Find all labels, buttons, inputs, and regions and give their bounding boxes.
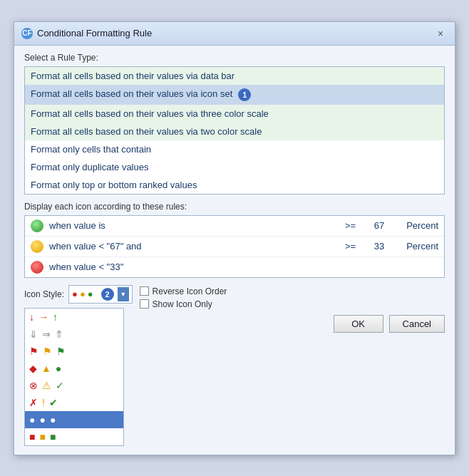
rule-row-op: >= <box>345 220 363 231</box>
icon-sym: ⚑ <box>29 346 38 357</box>
rule-list-item[interactable]: Format only unique values <box>25 194 444 195</box>
rule-list-item[interactable]: Format all cells based on their values v… <box>25 85 444 105</box>
selector-green-circle: ● <box>88 289 93 299</box>
rule-row-val: 33 <box>368 241 390 252</box>
icon-dropdown-item[interactable]: ◆▲● <box>25 360 123 377</box>
icon-dropdown-item[interactable]: ■■■ <box>25 428 123 445</box>
icon-style-badge: 2 <box>101 288 114 301</box>
show-icon-only-label: Show Icon Only <box>153 299 212 309</box>
ok-button[interactable]: OK <box>334 315 383 333</box>
reverse-icon-order-row: Reverse Icon Order <box>140 286 445 296</box>
show-icon-only-checkbox[interactable] <box>140 299 149 309</box>
icon-rule-row: when value is>=67Percent <box>25 216 444 237</box>
rule-row-text: when value is <box>49 220 339 231</box>
rule-row-text: when value < "67" and <box>49 241 339 252</box>
rule-list-item[interactable]: Format all cells based on their values v… <box>25 105 444 123</box>
right-panel: Reverse Icon Order Show Icon Only OK Can… <box>140 285 445 333</box>
icon-sym: ↑ <box>53 311 58 323</box>
icon-sym: ■ <box>29 431 35 443</box>
title-bar-left: CF Conditional Formatting Rule <box>21 28 152 39</box>
dialog-title: Conditional Formatting Rule <box>37 28 152 38</box>
icon-sym: ■ <box>39 431 45 443</box>
icon-sym: ● <box>50 414 56 425</box>
rule-list[interactable]: Format all cells based on their values v… <box>24 66 445 195</box>
rule-row-val: 67 <box>368 220 390 231</box>
rule-badge: 1 <box>238 88 251 101</box>
close-button[interactable]: × <box>433 26 448 41</box>
reverse-icon-order-checkbox[interactable] <box>140 286 149 296</box>
icon-style-label: Icon Style: <box>24 289 64 299</box>
rule-row-text: when value < "33" <box>49 262 438 272</box>
dialog-icon: CF <box>21 28 33 39</box>
icon-sym: ✗ <box>29 397 38 408</box>
rule-list-item[interactable]: Format all cells based on their values v… <box>25 67 444 85</box>
cancel-button[interactable]: Cancel <box>389 315 445 333</box>
icon-sym: ✓ <box>56 380 64 391</box>
icon-sym: ● <box>29 414 35 425</box>
rule-row-pct: Percent <box>396 220 438 231</box>
bottom-section: Icon Style: ● ● ● 2 ▼ ↓→↑⇓⇒⇑⚑⚑⚑◆▲●⊗⚠✓✗!✔… <box>24 285 445 446</box>
icon-dropdown-item[interactable]: ⚑⚑⚑ <box>25 343 123 360</box>
icon-style-selector[interactable]: ● ● ● 2 ▼ <box>68 285 133 304</box>
icon-sym: ↓ <box>29 311 34 323</box>
icon-circle <box>31 261 43 274</box>
icon-sym: ! <box>42 397 45 408</box>
selector-red-circle: ● <box>72 289 78 299</box>
rule-list-item[interactable]: Format only cells that contain <box>25 140 444 158</box>
icon-dropdown[interactable]: ↓→↑⇓⇒⇑⚑⚑⚑◆▲●⊗⚠✓✗!✔●●●■■■ <box>24 308 124 446</box>
reverse-icon-order-label: Reverse Icon Order <box>153 286 227 296</box>
icon-sym: ✔ <box>49 397 58 408</box>
show-icon-only-row: Show Icon Only <box>140 299 445 309</box>
icon-sym: ⚠ <box>42 380 51 391</box>
buttons-area: OK Cancel <box>140 315 445 333</box>
icon-sym: ⚑ <box>56 346 66 357</box>
icon-circle <box>31 240 43 253</box>
icon-sym: ◆ <box>29 363 37 374</box>
icon-style-row: Icon Style: ● ● ● 2 ▼ <box>24 285 133 304</box>
icon-dropdown-item[interactable]: ●●● <box>25 411 123 428</box>
title-bar: CF Conditional Formatting Rule × <box>14 22 455 46</box>
dialog-body: Select a Rule Type: Format all cells bas… <box>14 46 455 455</box>
icon-dropdown-item[interactable]: ✗!✔ <box>25 394 123 411</box>
selector-yellow-circle: ● <box>80 289 86 299</box>
icon-rules-table: when value is>=67Percentwhen value < "67… <box>24 215 445 278</box>
rule-type-label: Select a Rule Type: <box>24 53 445 63</box>
rule-list-item[interactable]: Format only duplicate values <box>25 158 444 176</box>
icon-sym: ▲ <box>41 363 51 374</box>
rule-row-pct: Percent <box>396 241 438 252</box>
icon-sym: ■ <box>50 431 56 443</box>
icon-sym: → <box>38 311 48 323</box>
icon-circle <box>31 219 43 232</box>
icon-dropdown-item[interactable]: ⊗⚠✓ <box>25 377 123 394</box>
icon-rule-row: when value < "33" <box>25 257 444 277</box>
icon-sym: ⇒ <box>42 328 51 340</box>
icon-style-area: Icon Style: ● ● ● 2 ▼ ↓→↑⇓⇒⇑⚑⚑⚑◆▲●⊗⚠✓✗!✔… <box>24 285 133 446</box>
rule-list-item[interactable]: Format only top or bottom ranked values <box>25 176 444 194</box>
dropdown-arrow[interactable]: ▼ <box>118 287 129 301</box>
checkboxes-area: Reverse Icon Order Show Icon Only <box>140 285 445 309</box>
icon-sym: ⊗ <box>29 380 38 391</box>
rule-row-op: >= <box>345 241 363 252</box>
icon-dropdown-item[interactable]: ↓→↑ <box>25 309 123 326</box>
rule-list-item[interactable]: Format all cells based on their values v… <box>25 123 444 140</box>
display-label: Display each icon according to these rul… <box>24 202 445 212</box>
icon-sym: ⇓ <box>29 328 38 340</box>
icon-sym: ⇑ <box>55 328 63 340</box>
icon-sym: ⚑ <box>43 346 52 357</box>
icon-rule-row: when value < "67" and>=33Percent <box>25 237 444 257</box>
icon-dropdown-item[interactable]: ⇓⇒⇑ <box>25 326 123 343</box>
icon-sym: ● <box>39 414 45 425</box>
dialog: CF Conditional Formatting Rule × Select … <box>14 21 455 455</box>
icon-sym: ● <box>56 363 61 374</box>
